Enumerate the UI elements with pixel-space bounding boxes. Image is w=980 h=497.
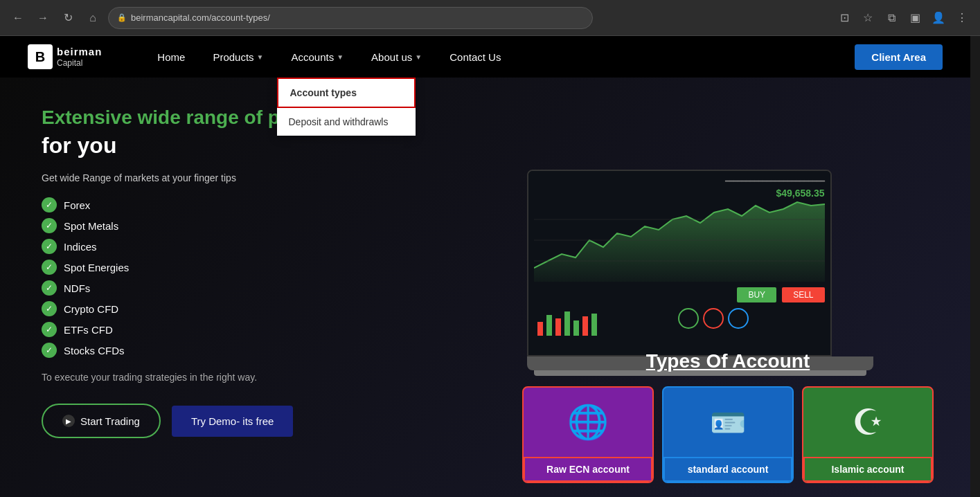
lock-icon: 🔒: [117, 13, 127, 22]
cta-buttons: ▶ Start Trading Try Demo- its free: [42, 404, 388, 438]
accounts-chevron: ▼: [337, 53, 344, 61]
bar-chart-mini: [534, 308, 672, 336]
feature-ndfs: ✓ NDFs: [42, 280, 388, 296]
account-card-raw-ecn[interactable]: 🌐 Raw ECN account: [522, 386, 654, 483]
card-icon-area-islamic: ☪: [803, 388, 932, 457]
feature-crypto-cfd: ✓ Crypto CFD: [42, 301, 388, 316]
hero-subtitle: Get wide Range of markets at your finger…: [42, 172, 388, 183]
split-view-button[interactable]: ▣: [905, 8, 925, 28]
account-card-standard[interactable]: 🪪 standard account: [662, 386, 794, 483]
laptop-screen: ━━━━━━━━━━━━━━━━━━━━━━━━ $49,658.35: [527, 170, 832, 356]
logo-sub: Capital: [57, 58, 102, 68]
try-demo-button[interactable]: Try Demo- its free: [172, 406, 293, 437]
raw-ecn-label: Raw ECN account: [524, 457, 652, 482]
browser-chrome: ← → ↻ ⌂ 🔒 beirmancapital.com/account-typ…: [0, 0, 980, 36]
buy-button[interactable]: BUY: [737, 287, 776, 302]
address-bar[interactable]: 🔒 beirmancapital.com/account-types/: [108, 7, 593, 29]
bookmark-button[interactable]: ☆: [858, 8, 877, 28]
globe-icon: 🌐: [567, 403, 609, 442]
chart-price: $49,658.35: [534, 188, 825, 199]
extensions-button[interactable]: ⧉: [882, 8, 901, 28]
check-icon-ndfs: ✓: [42, 280, 57, 296]
about-chevron: ▼: [415, 53, 422, 61]
dropdown-deposit[interactable]: Deposit and withdrawls: [277, 108, 416, 136]
types-section: Types Of Account 🌐 Raw ECN account 🪪: [485, 336, 970, 497]
check-icon-forex: ✓: [42, 197, 57, 213]
sell-button[interactable]: SELL: [782, 287, 824, 302]
feature-list: ✓ Forex ✓ Spot Metals ✓ Indices ✓ Spot E…: [42, 197, 388, 358]
back-button[interactable]: ←: [8, 8, 28, 28]
feature-spot-energies: ✓ Spot Energies: [42, 260, 388, 275]
logo-brand: beirman: [57, 46, 102, 58]
navbar: B beirman Capital Home Products ▼ Accoun…: [0, 36, 970, 78]
svg-rect-9: [591, 314, 597, 336]
svg-rect-6: [564, 311, 570, 336]
nav-about[interactable]: About us ▼: [357, 36, 436, 78]
hero-left: Extensive wide range of products for you…: [0, 78, 429, 497]
svg-rect-8: [582, 316, 588, 336]
play-icon: ▶: [62, 415, 75, 427]
feature-indices: ✓ Indices: [42, 239, 388, 254]
dropdown-account-types[interactable]: Account types: [277, 78, 416, 108]
client-area-button[interactable]: Client Area: [855, 44, 943, 70]
logo-text: beirman Capital: [57, 46, 102, 68]
page-wrapper: B beirman Capital Home Products ▼ Accoun…: [0, 36, 970, 497]
forward-button[interactable]: →: [33, 8, 53, 28]
nav-home[interactable]: Home: [143, 36, 199, 78]
check-icon-etfs-cfd: ✓: [42, 322, 57, 337]
id-card-icon: 🪪: [710, 406, 746, 440]
check-icon-indices: ✓: [42, 239, 57, 254]
reload-button[interactable]: ↻: [58, 8, 78, 28]
profile-button[interactable]: 👤: [929, 8, 948, 28]
execute-text: To execute your trading strategies in th…: [42, 372, 388, 383]
check-icon-spot-metals: ✓: [42, 218, 57, 233]
nav-accounts[interactable]: Accounts ▼ Account types Deposit and wit…: [277, 36, 357, 78]
types-title: Types Of Account: [513, 350, 943, 372]
trade-buttons: BUY SELL: [534, 287, 825, 302]
feature-spot-metals: ✓ Spot Metals: [42, 218, 388, 233]
logo-icon: B: [28, 44, 53, 69]
nav-contact[interactable]: Contact Us: [436, 36, 515, 78]
islamic-label: Islamic account: [803, 457, 932, 482]
feature-stocks-cfds: ✓ Stocks CFDs: [42, 343, 388, 358]
check-icon-stocks-cfds: ✓: [42, 343, 57, 358]
crescent-icon: ☪: [852, 401, 884, 443]
start-trading-button[interactable]: ▶ Start Trading: [42, 404, 161, 438]
feature-etfs-cfd: ✓ ETFs CFD: [42, 322, 388, 337]
check-icon-crypto-cfd: ✓: [42, 301, 57, 316]
chart-svg: [534, 199, 825, 282]
mini-circles: [678, 308, 749, 336]
hero-section: Extensive wide range of products for you…: [0, 78, 970, 497]
chart-header: ━━━━━━━━━━━━━━━━━━━━━━━━: [534, 177, 825, 185]
feature-forex: ✓ Forex: [42, 197, 388, 213]
check-icon-spot-energies: ✓: [42, 260, 57, 275]
card-icon-area-raw: 🌐: [524, 388, 652, 457]
svg-rect-3: [537, 322, 543, 336]
nav-products[interactable]: Products ▼: [199, 36, 277, 78]
accounts-dropdown: Account types Deposit and withdrawls: [277, 78, 416, 136]
card-icon-area-standard: 🪪: [663, 388, 792, 457]
standard-label: standard account: [663, 457, 792, 482]
svg-rect-7: [573, 320, 579, 336]
svg-rect-5: [555, 318, 561, 336]
home-button[interactable]: ⌂: [83, 8, 103, 28]
products-chevron: ▼: [257, 53, 264, 61]
chart-bottom: [534, 308, 825, 336]
logo[interactable]: B beirman Capital: [28, 44, 102, 69]
hero-title-main: for you: [42, 133, 388, 159]
svg-rect-4: [546, 315, 552, 336]
menu-button[interactable]: ⋮: [952, 8, 972, 28]
account-cards: 🌐 Raw ECN account 🪪 standard account: [513, 386, 943, 483]
account-card-islamic[interactable]: ☪ Islamic account: [802, 386, 934, 483]
browser-actions: ⊡ ☆ ⧉ ▣ 👤 ⋮: [835, 8, 972, 28]
cast-button[interactable]: ⊡: [835, 8, 854, 28]
url-text: beirmancapital.com/account-types/: [131, 12, 270, 23]
logo-letter: B: [35, 49, 45, 65]
nav-links: Home Products ▼ Accounts ▼ Account types…: [143, 36, 855, 78]
chart-area: ━━━━━━━━━━━━━━━━━━━━━━━━ $49,658.35: [528, 171, 830, 355]
